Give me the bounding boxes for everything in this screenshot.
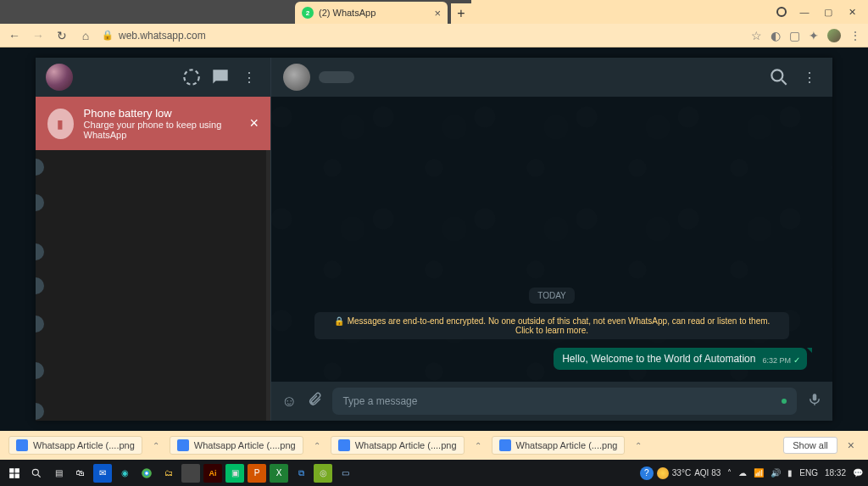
url-field[interactable]: 🔒 web.whatsapp.com bbox=[102, 30, 743, 42]
profile-avatar-icon[interactable] bbox=[827, 29, 841, 42]
self-avatar[interactable] bbox=[46, 64, 73, 91]
taskbar-app-generic4[interactable]: ▭ bbox=[336, 464, 354, 483]
extension-icon-1[interactable]: ◐ bbox=[771, 29, 781, 42]
download-chevron-icon[interactable]: ⌃ bbox=[630, 441, 647, 450]
tab-close-icon[interactable]: × bbox=[434, 7, 441, 20]
downloads-show-all-button[interactable]: Show all bbox=[783, 437, 837, 454]
svg-rect-6 bbox=[9, 473, 14, 478]
extension-icon-2[interactable]: ▢ bbox=[789, 29, 800, 42]
tray-network-icon[interactable]: 📶 bbox=[754, 468, 764, 478]
list-item[interactable] bbox=[36, 362, 44, 379]
inactive-tab-area[interactable] bbox=[0, 0, 295, 24]
tray-battery-icon[interactable]: ▮ bbox=[787, 468, 793, 478]
peer-avatar[interactable] bbox=[283, 64, 310, 91]
svg-point-8 bbox=[32, 469, 38, 475]
tray-chevron-icon[interactable]: ˄ bbox=[727, 468, 732, 478]
encryption-text: Messages are end-to-end encrypted. No on… bbox=[348, 316, 771, 335]
extensions-puzzle-icon[interactable]: ✦ bbox=[809, 29, 819, 42]
message-input[interactable]: Type a message bbox=[332, 388, 797, 415]
weather-widget[interactable]: 33°CAQI 83 bbox=[657, 467, 721, 479]
tray-language[interactable]: ENG bbox=[799, 468, 818, 478]
taskbar-app-generic2[interactable]: ▣ bbox=[225, 464, 244, 483]
new-chat-icon[interactable] bbox=[209, 66, 231, 88]
input-status-dot bbox=[782, 399, 787, 404]
emoji-icon[interactable]: ☺ bbox=[281, 393, 297, 411]
conversation-menu-icon[interactable]: ⋮ bbox=[798, 66, 821, 88]
list-item[interactable] bbox=[36, 277, 44, 294]
task-view-icon[interactable]: ▤ bbox=[49, 464, 68, 483]
status-icon[interactable] bbox=[181, 66, 203, 88]
bookmark-star-icon[interactable]: ☆ bbox=[751, 29, 762, 42]
new-tab-button[interactable]: + bbox=[451, 3, 471, 24]
account-indicator-icon[interactable] bbox=[776, 7, 787, 17]
download-chevron-icon[interactable]: ⌃ bbox=[147, 441, 164, 450]
nav-reload-icon[interactable]: ↻ bbox=[54, 29, 70, 42]
message-status-tick-icon: ✓ bbox=[793, 355, 800, 365]
maximize-button[interactable]: ▢ bbox=[822, 6, 834, 18]
lock-small-icon: 🔒 bbox=[334, 316, 344, 326]
download-item[interactable]: Whatsapp Article (....png bbox=[8, 436, 142, 455]
browser-titlebar: 2 (2) WhatsApp × + — ▢ ✕ bbox=[0, 0, 868, 24]
search-taskbar-icon[interactable] bbox=[27, 464, 46, 483]
message-input-placeholder: Type a message bbox=[342, 395, 417, 407]
date-chip: TODAY bbox=[529, 288, 575, 304]
taskbar-app-excel[interactable]: X bbox=[270, 464, 288, 483]
taskbar-app-chrome[interactable] bbox=[137, 464, 156, 483]
download-item[interactable]: Whatsapp Article (....png bbox=[331, 436, 465, 455]
download-item[interactable]: Whatsapp Article (....png bbox=[170, 436, 303, 455]
tab-title: (2) WhatsApp bbox=[319, 8, 429, 18]
attach-icon[interactable] bbox=[307, 392, 322, 411]
taskbar-app-explorer[interactable]: 🗂 bbox=[159, 464, 178, 483]
taskbar-app-vscode[interactable]: ⧉ bbox=[292, 464, 310, 483]
tray-volume-icon[interactable]: 🔊 bbox=[771, 468, 781, 478]
tray-notifications-icon[interactable]: 💬 bbox=[853, 468, 863, 478]
list-item[interactable] bbox=[36, 194, 44, 211]
peer-name-redacted[interactable] bbox=[319, 71, 354, 83]
nav-forward-icon[interactable]: → bbox=[31, 29, 46, 42]
whatsapp-favicon: 2 bbox=[302, 7, 314, 19]
search-in-chat-icon[interactable] bbox=[768, 66, 790, 88]
mic-icon[interactable] bbox=[807, 392, 822, 411]
taskbar-app-generic1[interactable] bbox=[181, 464, 200, 483]
banner-close-icon[interactable]: × bbox=[249, 115, 259, 132]
downloads-close-icon[interactable]: × bbox=[843, 439, 860, 452]
taskbar-app-illustrator[interactable]: Ai bbox=[203, 464, 222, 483]
download-item[interactable]: Whatsapp Article (....png bbox=[492, 436, 626, 455]
chat-list[interactable] bbox=[36, 150, 270, 421]
downloads-shelf: Whatsapp Article (....png⌃ Whatsapp Arti… bbox=[0, 431, 868, 460]
battery-low-banner: ▮ Phone battery low Charge your phone to… bbox=[36, 97, 270, 150]
conversation-header: ⋮ bbox=[271, 58, 832, 97]
download-chevron-icon[interactable]: ⌃ bbox=[309, 441, 326, 450]
tab-whatsapp[interactable]: 2 (2) WhatsApp × bbox=[295, 2, 448, 24]
message-area[interactable]: TODAY 🔒Messages are end-to-end encrypted… bbox=[271, 97, 832, 382]
svg-rect-4 bbox=[9, 468, 14, 472]
taskbar-app-edge[interactable]: ◉ bbox=[115, 464, 134, 483]
taskbar-app-generic3[interactable]: ◎ bbox=[314, 464, 332, 483]
close-window-button[interactable]: ✕ bbox=[846, 6, 858, 18]
list-item[interactable] bbox=[36, 159, 44, 176]
nav-back-icon[interactable]: ← bbox=[7, 29, 22, 42]
taskbar-app-mail[interactable]: ✉ bbox=[93, 464, 112, 483]
window-controls: — ▢ ✕ bbox=[766, 0, 868, 24]
browser-menu-icon[interactable]: ⋮ bbox=[849, 29, 861, 42]
list-item[interactable] bbox=[36, 403, 44, 420]
taskbar-app-powerpoint[interactable]: P bbox=[248, 464, 266, 483]
minimize-button[interactable]: — bbox=[798, 6, 810, 18]
list-item[interactable] bbox=[36, 316, 44, 332]
tray-cloud-icon[interactable]: ☁ bbox=[738, 468, 747, 478]
outgoing-message[interactable]: Hello, Welcome to the World of Automatio… bbox=[554, 348, 807, 370]
nav-home-icon[interactable]: ⌂ bbox=[78, 29, 93, 42]
list-item[interactable] bbox=[36, 243, 44, 260]
address-bar: ← → ↻ ⌂ 🔒 web.whatsapp.com ☆ ◐ ▢ ✦ ⋮ bbox=[0, 24, 868, 47]
start-button[interactable] bbox=[5, 464, 24, 483]
download-filename: Whatsapp Article (....png bbox=[516, 440, 618, 450]
svg-point-1 bbox=[771, 70, 782, 81]
download-chevron-icon[interactable]: ⌃ bbox=[470, 441, 487, 450]
encryption-notice[interactable]: 🔒Messages are end-to-end encrypted. No o… bbox=[314, 312, 789, 339]
sidebar-menu-icon[interactable]: ⋮ bbox=[238, 66, 260, 88]
conversation-pane: ⋮ TODAY 🔒Messages are end-to-end encrypt… bbox=[271, 58, 832, 421]
taskbar-app-store[interactable]: 🛍 bbox=[71, 464, 90, 483]
tray-clock[interactable]: 18:32 bbox=[825, 468, 846, 478]
help-icon[interactable]: ? bbox=[640, 466, 654, 480]
weather-aqi: AQI 83 bbox=[694, 468, 721, 478]
